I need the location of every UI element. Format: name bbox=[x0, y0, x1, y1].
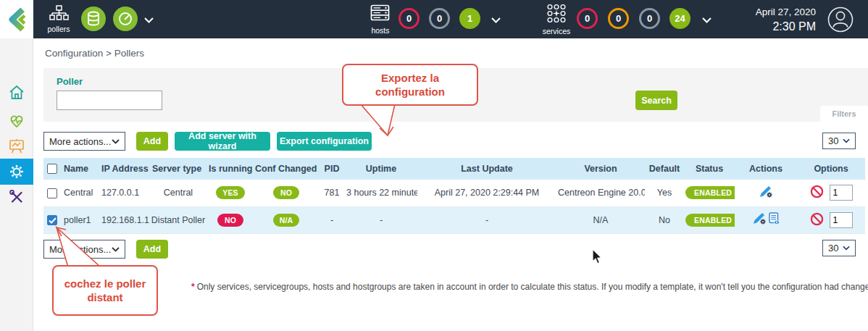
topbar: pollers bbox=[0, 0, 868, 38]
breadcrumb[interactable]: Configuration > Pollers bbox=[45, 48, 144, 59]
database-status-icon[interactable] bbox=[81, 7, 106, 31]
table-header-row: Name IP Address Server type Is running ?… bbox=[43, 158, 865, 180]
database-glyph bbox=[86, 11, 101, 27]
cell-server-type: Distant Poller bbox=[149, 206, 207, 233]
cell-name[interactable]: poller1 bbox=[61, 206, 99, 233]
column-header-actions[interactable]: Actions bbox=[735, 158, 797, 180]
cell-version: Centreon Engine 20.04.0 bbox=[556, 180, 645, 206]
cell-name[interactable]: Central bbox=[61, 180, 99, 206]
conf-changed-badge: NO bbox=[273, 186, 299, 199]
poller-dropdown-chevron-icon[interactable] bbox=[144, 17, 154, 23]
search-button[interactable]: Search bbox=[635, 91, 677, 110]
disable-poller-icon[interactable] bbox=[810, 185, 824, 201]
sidebar-item-configuration[interactable] bbox=[0, 159, 33, 185]
page-size-select-bottom[interactable]: 30 bbox=[822, 240, 856, 256]
edit-poller-icon[interactable] bbox=[752, 212, 767, 227]
select-chevron-icon bbox=[112, 139, 120, 144]
more-actions-select-bottom[interactable]: More actions... bbox=[43, 240, 125, 259]
column-header-last-update[interactable]: Last Update bbox=[417, 158, 556, 180]
cell-last-update: - bbox=[417, 206, 556, 233]
view-configuration-icon[interactable] bbox=[769, 212, 780, 227]
gear-icon bbox=[8, 163, 25, 180]
page-size-select-top[interactable]: 30 bbox=[822, 133, 856, 149]
services-dropdown-chevron-icon[interactable] bbox=[702, 17, 711, 23]
sidebar-item-home[interactable] bbox=[0, 80, 33, 106]
status-badge: ENABLED bbox=[685, 214, 735, 227]
column-header-version[interactable]: Version bbox=[556, 158, 645, 180]
cell-pid: 781 bbox=[319, 180, 345, 206]
column-header-server-type[interactable]: Server type bbox=[149, 158, 207, 180]
engine-status-icon[interactable] bbox=[113, 7, 138, 31]
cell-default: Yes bbox=[645, 180, 684, 206]
centreon-logo[interactable] bbox=[0, 0, 33, 38]
duplicate-count-input[interactable] bbox=[830, 212, 853, 228]
user-avatar-icon[interactable] bbox=[827, 6, 854, 33]
add-button-bottom[interactable]: Add bbox=[136, 240, 168, 259]
row-checkbox[interactable] bbox=[47, 215, 57, 225]
column-header-default[interactable]: Default bbox=[645, 158, 684, 180]
annotation-check-callout: cochez le poller distant bbox=[52, 265, 158, 316]
services-menu[interactable]: services bbox=[538, 0, 575, 38]
services-critical-counter[interactable]: 0 bbox=[577, 8, 598, 29]
current-time: 2:30 PM bbox=[730, 19, 816, 34]
cell-uptime: 3 hours 22 minutes bbox=[345, 180, 417, 206]
cell-ip: 192.168.1.19 bbox=[99, 206, 149, 233]
sidebar bbox=[0, 38, 33, 331]
edit-poller-icon[interactable] bbox=[759, 185, 773, 201]
centreon-app: pollers bbox=[0, 0, 868, 331]
cell-version: N/A bbox=[556, 206, 645, 233]
services-label: services bbox=[538, 27, 575, 35]
export-configuration-button[interactable]: Export configuration bbox=[277, 132, 372, 151]
current-date: April 27, 2020 bbox=[730, 5, 816, 19]
services-icon bbox=[546, 4, 567, 23]
column-header-name[interactable]: Name bbox=[61, 158, 99, 180]
hosts-down-counter[interactable]: 0 bbox=[398, 8, 420, 29]
hosts-unreachable-counter[interactable]: 0 bbox=[429, 8, 450, 29]
home-icon bbox=[8, 84, 25, 101]
presentation-chart-icon bbox=[8, 138, 25, 155]
conf-changed-badge: N/A bbox=[273, 214, 300, 227]
duplicate-count-input[interactable] bbox=[830, 185, 853, 201]
select-chevron-icon bbox=[112, 247, 120, 252]
poller-filter-input[interactable] bbox=[57, 91, 162, 110]
services-ok-counter[interactable]: 24 bbox=[669, 8, 690, 29]
poller-filter-label: Poller bbox=[57, 76, 83, 87]
sidebar-item-monitoring[interactable] bbox=[0, 108, 33, 134]
column-header-pid[interactable]: PID bbox=[319, 158, 345, 180]
services-unknown-counter[interactable]: 0 bbox=[639, 8, 660, 29]
status-badge: ENABLED bbox=[685, 186, 735, 199]
sidebar-item-reporting[interactable] bbox=[0, 133, 33, 159]
select-chevron-icon bbox=[843, 246, 850, 251]
tools-icon bbox=[8, 188, 25, 206]
column-header-uptime[interactable]: Uptime bbox=[345, 158, 417, 180]
add-server-wizard-button[interactable]: Add server with wizard bbox=[175, 132, 270, 151]
select-chevron-icon bbox=[843, 138, 850, 143]
check-icon bbox=[49, 217, 57, 224]
centreon-logo-icon bbox=[4, 5, 29, 34]
hosts-menu[interactable]: hosts bbox=[364, 0, 396, 38]
annotation-export-callout: Exportez la configuration bbox=[342, 64, 478, 106]
is-running-badge: YES bbox=[216, 186, 245, 199]
disable-poller-icon[interactable] bbox=[810, 212, 824, 228]
hosts-label: hosts bbox=[364, 26, 396, 35]
select-all-checkbox[interactable] bbox=[47, 164, 57, 174]
column-header-is-running[interactable]: Is running ? bbox=[207, 158, 254, 180]
pollers-label: pollers bbox=[42, 25, 75, 33]
filters-tab[interactable]: Filters bbox=[820, 106, 868, 122]
column-header-conf-changed[interactable]: Conf Changed* bbox=[254, 158, 319, 180]
column-header-status[interactable]: Status bbox=[684, 158, 735, 180]
sidebar-item-administration[interactable] bbox=[0, 184, 33, 210]
add-button[interactable]: Add bbox=[136, 132, 168, 151]
services-warning-counter[interactable]: 0 bbox=[608, 8, 629, 29]
gauge-glyph bbox=[117, 11, 133, 27]
cell-uptime: - bbox=[345, 206, 417, 233]
more-actions-select[interactable]: More actions... bbox=[43, 132, 125, 151]
pollers-icon bbox=[49, 5, 69, 21]
column-header-options[interactable]: Options bbox=[797, 158, 865, 180]
hosts-up-counter[interactable]: 1 bbox=[459, 8, 480, 29]
pollers-menu[interactable]: pollers bbox=[42, 0, 75, 38]
cell-ip: 127.0.0.1 bbox=[99, 180, 149, 206]
hosts-dropdown-chevron-icon[interactable] bbox=[491, 17, 501, 23]
row-checkbox[interactable] bbox=[47, 188, 57, 198]
column-header-ip[interactable]: IP Address bbox=[99, 158, 149, 180]
